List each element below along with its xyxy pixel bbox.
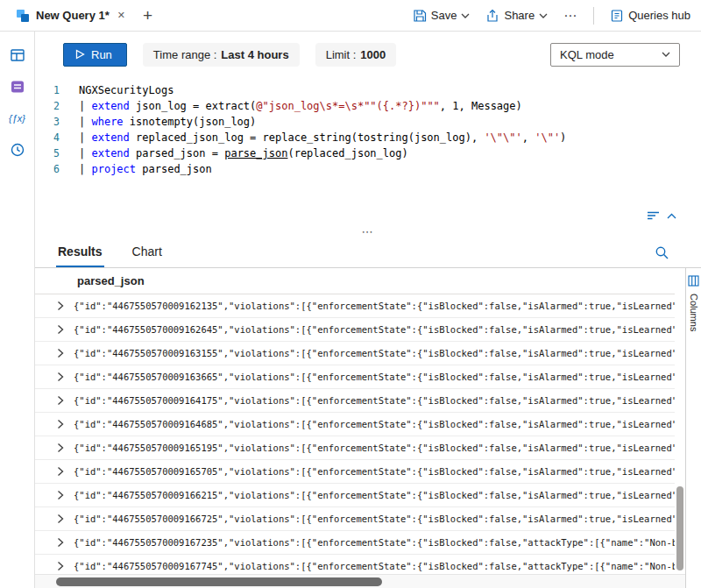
expand-chevron-icon[interactable] <box>57 348 64 358</box>
line-number: 6 <box>35 161 60 177</box>
results-panel: Results Chart parsed_json {"id":"4467550… <box>35 238 701 588</box>
limit-picker[interactable]: Limit : 1000 <box>315 43 397 67</box>
more-options-button[interactable]: ⋯ <box>563 8 577 24</box>
tables-icon[interactable] <box>8 46 27 65</box>
header-actions: Save Share ⋯ Queries hub <box>413 7 701 25</box>
results-tabbar: Results Chart <box>35 238 701 268</box>
table-row[interactable]: {"id":"4467550570009164175","violations"… <box>35 389 675 413</box>
row-json-value: {"id":"4467550570009163155","violations"… <box>74 348 675 358</box>
table-row[interactable]: {"id":"4467550570009166725","violations"… <box>35 507 675 531</box>
code-line[interactable]: 4 | extend replaced_json_log = replace_s… <box>35 130 701 145</box>
run-button[interactable]: Run <box>63 43 127 67</box>
expand-chevron-icon[interactable] <box>57 537 64 548</box>
row-json-value: {"id":"4467550570009162135","violations"… <box>74 301 675 311</box>
left-rail: {ƒx} <box>0 32 35 588</box>
tab-chart[interactable]: Chart <box>131 238 164 267</box>
code-line[interactable]: 5 | extend parsed_json = parse_json(repl… <box>35 145 701 161</box>
table-row[interactable]: {"id":"4467550570009165705","violations"… <box>35 460 675 484</box>
limit-label: Limit : <box>326 48 357 61</box>
query-tab-icon <box>16 9 30 23</box>
time-range-picker[interactable]: Time range : Last 4 hours <box>143 43 300 67</box>
collapse-editor-icon[interactable] <box>647 209 660 222</box>
data-connection-icon[interactable] <box>8 77 27 96</box>
panel-resize-handle[interactable]: ⋯ <box>35 224 701 238</box>
code-text: | extend replaced_json_log = replace_str… <box>60 130 566 145</box>
table-row[interactable]: {"id":"4467550570009163665","violations"… <box>35 365 675 389</box>
horizontal-scrollbar-thumb[interactable] <box>56 577 382 586</box>
table-row[interactable]: {"id":"4467550570009162645","violations"… <box>35 318 675 342</box>
expand-chevron-icon[interactable] <box>57 324 64 335</box>
table-row[interactable]: {"id":"4467550570009165195","violations"… <box>35 436 675 460</box>
editor-lines: 1 NGXSecurityLogs 2 | extend json_log = … <box>35 82 701 177</box>
code-line[interactable]: 2 | extend json_log = extract(@"json_log… <box>35 98 701 114</box>
expand-chevron-icon[interactable] <box>57 561 64 571</box>
queries-hub-icon <box>610 9 624 23</box>
tab-results[interactable]: Results <box>56 238 104 267</box>
code-line[interactable]: 6 | project parsed_json <box>35 161 701 177</box>
results-grid: {"id":"4467550570009162135","violations"… <box>35 294 675 574</box>
horizontal-scrollbar[interactable] <box>35 574 685 588</box>
expand-chevron-icon[interactable] <box>57 301 64 311</box>
close-tab-icon[interactable]: ✕ <box>117 11 125 20</box>
code-line[interactable]: 1 NGXSecurityLogs <box>35 82 701 98</box>
table-row[interactable]: {"id":"4467550570009164685","violations"… <box>35 413 675 436</box>
row-json-value: {"id":"4467550570009167235","violations"… <box>74 537 675 548</box>
table-row[interactable]: {"id":"4467550570009167235","violations"… <box>35 531 675 555</box>
table-row[interactable]: {"id":"4467550570009162135","violations"… <box>35 294 675 318</box>
column-header-parsed-json[interactable]: parsed_json <box>77 274 145 287</box>
expand-chevron-icon[interactable] <box>57 466 64 477</box>
columns-pane-label: Columns <box>689 294 699 331</box>
divider <box>593 7 594 25</box>
query-tab[interactable]: New Query 1* ✕ <box>7 0 134 31</box>
row-json-value: {"id":"4467550570009167745","violations"… <box>74 561 675 571</box>
save-button[interactable]: Save <box>413 9 471 23</box>
app-body: {ƒx} Run Time range : Last 4 hours Limit… <box>0 32 701 588</box>
query-toolbar: Run Time range : Last 4 hours Limit : 10… <box>35 39 701 70</box>
expand-chevron-icon[interactable] <box>57 490 64 500</box>
code-text: | extend json_log = extract(@"json_log\s… <box>60 98 522 114</box>
save-icon <box>413 9 427 23</box>
kql-mode-dropdown[interactable]: KQL mode <box>550 43 680 67</box>
code-line[interactable]: 3 | where isnotempty(json_log) <box>35 114 701 130</box>
vertical-scrollbar[interactable] <box>675 294 685 574</box>
code-text: | extend parsed_json = parse_json(replac… <box>60 145 408 161</box>
functions-icon[interactable]: {ƒx} <box>8 109 27 128</box>
code-text: NGXSecurityLogs <box>60 82 173 98</box>
columns-pane-toggle[interactable]: Columns <box>685 268 701 588</box>
code-text: | project parsed_json <box>60 161 212 177</box>
query-editor[interactable]: 1 NGXSecurityLogs 2 | extend json_log = … <box>35 74 701 207</box>
chevron-down-icon <box>539 13 548 18</box>
limit-value: 1000 <box>360 48 386 61</box>
search-icon[interactable] <box>655 245 669 260</box>
play-icon <box>75 49 85 60</box>
row-json-value: {"id":"4467550570009164175","violations"… <box>74 395 675 406</box>
row-json-value: {"id":"4467550570009165705","violations"… <box>74 466 675 477</box>
code-text: | where isnotempty(json_log) <box>60 114 256 130</box>
expand-chevron-icon[interactable] <box>57 372 64 382</box>
chevron-up-icon[interactable] <box>667 213 676 219</box>
main-panel: Run Time range : Last 4 hours Limit : 10… <box>35 32 701 588</box>
tab-title: New Query 1* <box>36 9 110 22</box>
row-json-value: {"id":"4467550570009164685","violations"… <box>74 419 675 429</box>
vertical-scrollbar-thumb[interactable] <box>676 486 683 570</box>
column-header-row[interactable]: parsed_json <box>35 268 675 294</box>
time-range-value: Last 4 hours <box>221 48 288 61</box>
editor-tools <box>35 207 701 224</box>
line-number: 1 <box>35 82 60 98</box>
chevron-down-icon <box>662 52 670 57</box>
table-row[interactable]: {"id":"4467550570009166215","violations"… <box>35 484 675 507</box>
new-tab-button[interactable]: + <box>134 6 161 25</box>
expand-chevron-icon[interactable] <box>57 419 64 429</box>
table-row[interactable]: {"id":"4467550570009167745","violations"… <box>35 555 675 574</box>
expand-chevron-icon[interactable] <box>57 514 64 524</box>
time-range-label: Time range : <box>153 48 217 61</box>
line-number: 5 <box>35 145 60 161</box>
table-row[interactable]: {"id":"4467550570009163155","violations"… <box>35 342 675 365</box>
row-json-value: {"id":"4467550570009162645","violations"… <box>74 324 675 335</box>
expand-chevron-icon[interactable] <box>57 443 64 453</box>
queries-hub-button[interactable]: Queries hub <box>610 9 690 23</box>
expand-chevron-icon[interactable] <box>57 395 64 406</box>
history-icon[interactable] <box>8 140 27 159</box>
tab-bar: New Query 1* ✕ + Save Share <box>0 0 701 32</box>
share-button[interactable]: Share <box>485 9 548 23</box>
